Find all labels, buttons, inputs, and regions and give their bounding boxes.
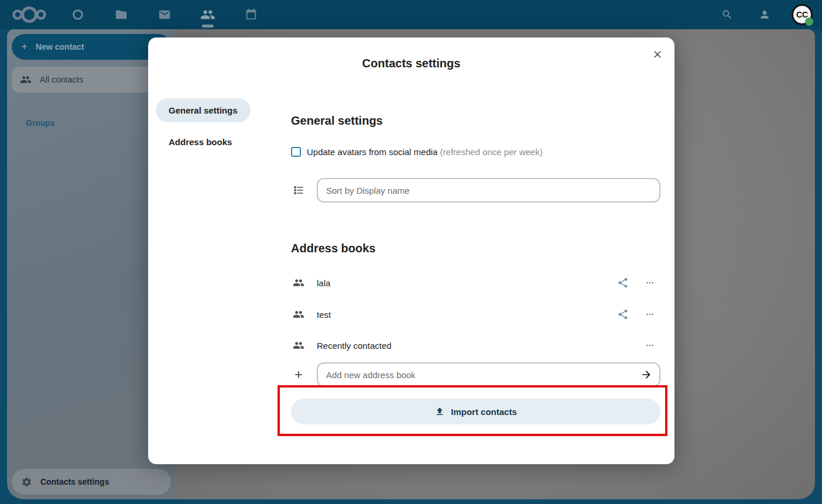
address-books-heading: Address books xyxy=(291,242,375,255)
sort-contacts-row: Sort by Display name xyxy=(291,178,660,203)
dashboard-circle-icon[interactable] xyxy=(64,0,91,29)
more-options-icon[interactable] xyxy=(643,307,657,321)
address-book-row: test xyxy=(291,307,660,321)
people-icon xyxy=(293,308,304,320)
contacts-settings-label: Contacts settings xyxy=(40,477,109,486)
people-icon xyxy=(20,74,32,85)
app-navigation xyxy=(64,0,265,29)
add-address-book-input[interactable] xyxy=(317,362,660,387)
app-screen: CC + New contact All contacts Groups Con… xyxy=(0,0,822,504)
update-avatars-row: Update avatars from social media (refres… xyxy=(291,147,543,157)
mail-envelope-icon[interactable] xyxy=(151,0,178,29)
all-contacts-label: All contacts xyxy=(40,75,83,84)
update-avatars-checkbox[interactable] xyxy=(291,147,301,157)
address-book-name: Recently contacted xyxy=(317,341,643,351)
general-settings-heading: General settings xyxy=(291,114,383,128)
list-bulleted-icon xyxy=(293,184,304,196)
sidebar-item-all-contacts[interactable]: All contacts xyxy=(12,67,171,92)
address-book-row: Recently contacted xyxy=(291,338,660,352)
search-icon[interactable] xyxy=(717,4,738,25)
calendar-icon[interactable] xyxy=(238,0,265,29)
online-status-dot xyxy=(805,18,813,26)
more-options-icon[interactable] xyxy=(643,276,657,290)
tab-general-settings[interactable]: General settings xyxy=(156,98,251,122)
groups-section-label: Groups xyxy=(26,118,55,128)
sort-by-select[interactable]: Sort by Display name xyxy=(317,178,660,203)
top-header-bar: CC xyxy=(0,0,822,29)
more-options-icon[interactable] xyxy=(643,338,657,352)
submit-arrow-icon[interactable] xyxy=(638,366,655,383)
tab-address-books[interactable]: Address books xyxy=(156,130,245,154)
update-avatars-note: (refreshed once per week) xyxy=(437,147,542,157)
upload-icon xyxy=(434,406,445,417)
address-book-name: test xyxy=(317,310,616,320)
header-right-controls: CC xyxy=(717,4,822,25)
contacts-menu-icon[interactable] xyxy=(754,4,775,25)
plus-icon: + xyxy=(21,40,28,53)
update-avatars-label: Update avatars from social media xyxy=(307,147,437,157)
gear-icon xyxy=(21,476,32,488)
add-address-book-row xyxy=(291,362,660,387)
address-book-row: lala xyxy=(291,276,660,290)
share-icon[interactable] xyxy=(616,276,630,290)
new-contact-label: New contact xyxy=(36,42,84,52)
plus-icon xyxy=(293,369,304,380)
nextcloud-logo[interactable] xyxy=(11,4,48,25)
address-book-name: lala xyxy=(317,278,616,288)
sort-by-value: Sort by Display name xyxy=(326,186,410,196)
people-icon xyxy=(293,340,304,351)
contacts-people-icon[interactable] xyxy=(194,0,221,29)
contacts-settings-modal: Contacts settings General settings Addre… xyxy=(148,37,674,464)
new-contact-button[interactable]: + New contact xyxy=(12,34,171,60)
user-avatar[interactable]: CC xyxy=(792,4,813,25)
people-icon xyxy=(293,277,304,289)
share-icon[interactable] xyxy=(616,307,630,321)
files-folder-icon[interactable] xyxy=(108,0,135,29)
settings-nav: General settings Address books xyxy=(156,98,282,154)
contacts-settings-button[interactable]: Contacts settings xyxy=(12,469,171,495)
import-contacts-button[interactable]: Import contacts xyxy=(291,399,660,424)
import-contacts-label: Import contacts xyxy=(451,407,517,417)
active-app-indicator xyxy=(202,25,214,28)
